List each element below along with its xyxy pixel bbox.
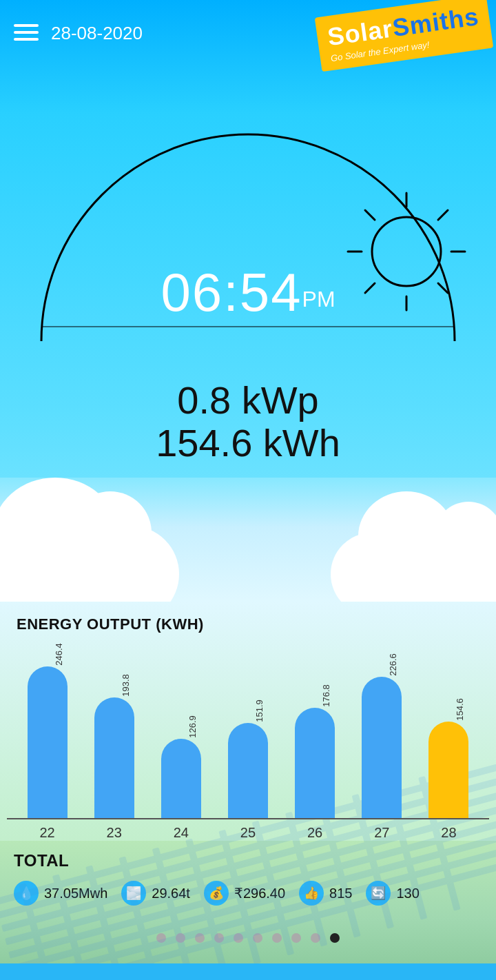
bar[interactable] [362, 677, 402, 818]
chart-content: ENERGY OUTPUT (KWH) 246.4193.8126.9151.9… [0, 602, 496, 841]
menu-icon[interactable] [14, 24, 39, 41]
bar[interactable] [161, 739, 201, 818]
time-line [41, 326, 455, 327]
cloud-right [331, 533, 496, 602]
svg-line-5 [365, 210, 375, 220]
bar-day-label: 28 [415, 825, 482, 841]
bar-value-label: 193.8 [120, 674, 130, 697]
bar-chart: 246.4193.8126.9151.9176.8226.6154.6 [7, 647, 489, 819]
bar-day-label: 25 [214, 825, 281, 841]
bar-group: 151.9 [214, 646, 281, 818]
bar-group: 246.4 [14, 646, 81, 818]
bar[interactable] [94, 697, 134, 818]
header-date: 28-08-2020 [51, 23, 143, 44]
bar-value-label: 154.6 [455, 698, 465, 721]
bar-labels-row: 22232425262728 [7, 825, 489, 841]
bar-value-label: 226.6 [388, 653, 398, 676]
energy-values: 0.8 kWp 154.6 kWh [0, 369, 496, 478]
time-ampm: PM [302, 287, 335, 312]
bar[interactable] [295, 708, 335, 818]
bar-group: 126.9 [147, 646, 214, 818]
bar-day-label: 22 [14, 825, 81, 841]
svg-line-4 [438, 210, 448, 220]
chart-section: ENERGY OUTPUT (KWH) 246.4193.8126.9151.9… [0, 602, 496, 963]
bar[interactable] [28, 666, 68, 818]
bar-group: 176.8 [282, 646, 349, 818]
bar-group: 154.6 [415, 646, 482, 818]
logo-container: Solar Smiths Go Solar the Expert way! [315, 0, 494, 72]
time-value: 06:54 [161, 262, 302, 323]
chart-title: ENERGY OUTPUT (KWH) [0, 602, 496, 640]
bar-value-label: 126.9 [187, 715, 198, 738]
header: 28-08-2020 Solar Smiths Go Solar the Exp… [0, 0, 496, 114]
cloud-scene [0, 478, 496, 602]
time-display: 06:54PM [41, 265, 455, 327]
bar-chart-wrapper: 246.4193.8126.9151.9176.8226.6154.6 2223… [0, 647, 496, 841]
current-bar[interactable] [428, 722, 468, 818]
kwh-value: 154.6 kWh [0, 422, 496, 465]
bar-day-label: 24 [147, 825, 214, 841]
bar-day-label: 23 [81, 825, 147, 841]
bar-value-label: 176.8 [321, 684, 331, 707]
bar-day-label: 27 [349, 825, 415, 841]
hero-section: 06:54PM 0.8 kWp 154.6 kWh [0, 114, 496, 602]
bar[interactable] [228, 723, 268, 818]
bar-value-label: 151.9 [254, 700, 265, 722]
bar-group: 193.8 [81, 646, 147, 818]
bar-value-label: 246.4 [53, 643, 63, 666]
bar-day-label: 26 [282, 825, 349, 841]
bar-group: 226.6 [349, 646, 415, 818]
arc-container: 06:54PM [0, 127, 496, 369]
cloud-left [0, 526, 179, 602]
kwp-value: 0.8 kWp [0, 379, 496, 422]
sun-arc-svg [0, 127, 496, 369]
